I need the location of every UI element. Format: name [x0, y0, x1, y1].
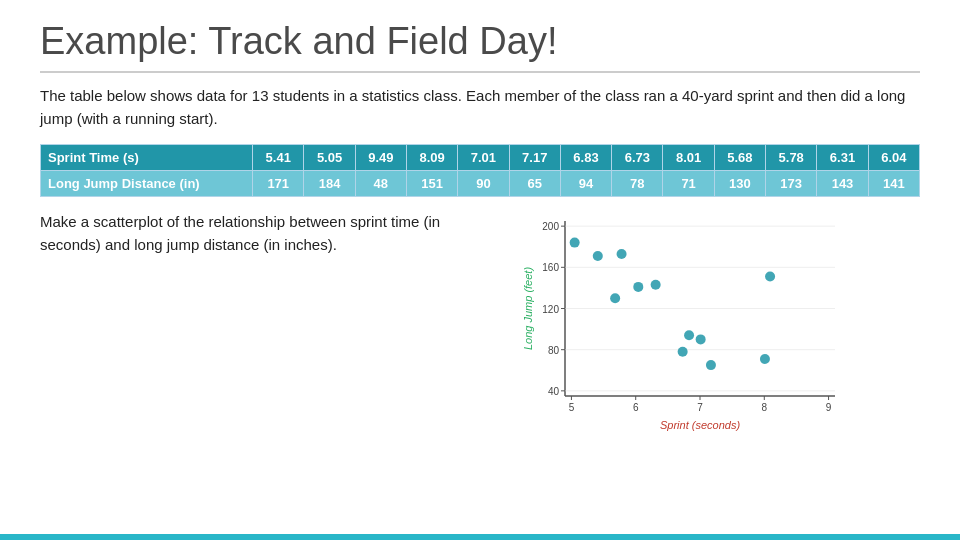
svg-point-32 — [765, 272, 775, 282]
svg-text:9: 9 — [826, 402, 832, 413]
svg-point-41 — [633, 282, 643, 292]
scatterplot-chart: 200160120804056789Sprint (seconds)Long J… — [520, 211, 850, 431]
jump-distance-cell: 78 — [612, 171, 663, 197]
svg-text:6: 6 — [633, 402, 639, 413]
svg-text:80: 80 — [548, 345, 560, 356]
svg-text:160: 160 — [542, 262, 559, 273]
sprint-time-cell: 5.78 — [766, 145, 817, 171]
svg-point-36 — [678, 347, 688, 357]
jump-distance-cell: 143 — [817, 171, 868, 197]
svg-point-29 — [593, 251, 603, 261]
svg-text:Long Jump (feet): Long Jump (feet) — [522, 267, 534, 350]
sprint-time-cell: 6.04 — [868, 145, 919, 171]
sprint-time-cell: 5.05 — [304, 145, 355, 171]
sprint-time-cell: 8.01 — [663, 145, 714, 171]
svg-text:5: 5 — [569, 402, 575, 413]
svg-text:7: 7 — [697, 402, 703, 413]
jump-distance-cell: 48 — [355, 171, 406, 197]
svg-text:200: 200 — [542, 221, 559, 232]
jump-distance-cell: 141 — [868, 171, 919, 197]
svg-point-35 — [684, 330, 694, 340]
sprint-time-cell: 7.17 — [509, 145, 560, 171]
page: Example: Track and Field Day! The table … — [0, 0, 960, 540]
svg-text:40: 40 — [548, 386, 560, 397]
page-title: Example: Track and Field Day! — [40, 20, 920, 73]
scatterplot-instruction: Make a scatterplot of the relationship b… — [40, 211, 460, 256]
scatter-svg: 200160120804056789Sprint (seconds)Long J… — [520, 211, 850, 431]
sprint-time-cell: 6.83 — [560, 145, 611, 171]
svg-point-30 — [570, 238, 580, 248]
sprint-time-cell: 5.68 — [714, 145, 765, 171]
svg-point-39 — [617, 249, 627, 259]
svg-text:8: 8 — [762, 402, 768, 413]
sprint-time-cell: 7.01 — [458, 145, 509, 171]
jump-distance-cell: 90 — [458, 171, 509, 197]
svg-point-40 — [651, 280, 661, 290]
sprint-time-cell: 9.49 — [355, 145, 406, 171]
jump-distance-cell: 171 — [253, 171, 304, 197]
sprint-time-cell: 6.31 — [817, 145, 868, 171]
jump-distance-cell: 184 — [304, 171, 355, 197]
sprint-time-cell: 6.73 — [612, 145, 663, 171]
jump-distance-cell: 65 — [509, 171, 560, 197]
data-table: Sprint Time (s)5.415.059.498.097.017.176… — [40, 144, 920, 197]
svg-point-33 — [696, 334, 706, 344]
sprint-time-cell: 5.41 — [253, 145, 304, 171]
jump-distance-cell: 151 — [406, 171, 457, 197]
svg-text:Sprint (seconds): Sprint (seconds) — [660, 419, 740, 431]
description-text: The table below shows data for 13 studen… — [40, 85, 920, 130]
bottom-bar — [0, 534, 960, 540]
svg-point-34 — [706, 360, 716, 370]
jump-distance-cell: 173 — [766, 171, 817, 197]
jump-distance-cell: 130 — [714, 171, 765, 197]
jump-distance-cell: 71 — [663, 171, 714, 197]
jump-distance-cell: 94 — [560, 171, 611, 197]
bottom-section: Make a scatterplot of the relationship b… — [40, 211, 920, 431]
svg-point-37 — [760, 354, 770, 364]
sprint-time-cell: 8.09 — [406, 145, 457, 171]
svg-point-38 — [610, 293, 620, 303]
svg-text:120: 120 — [542, 304, 559, 315]
